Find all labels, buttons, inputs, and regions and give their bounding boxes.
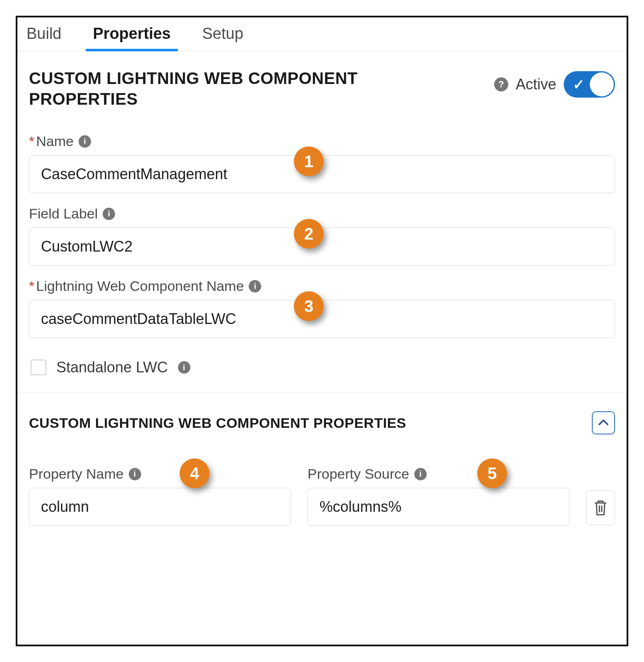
property-name-col: Property Name i 4 — [29, 466, 291, 526]
property-source-input[interactable] — [308, 488, 570, 526]
trash-icon — [593, 499, 608, 516]
lwc-name-field: *Lightning Web Component Name i 3 — [29, 278, 615, 338]
toggle-knob — [590, 72, 614, 96]
required-star: * — [29, 278, 34, 294]
tab-build[interactable]: Build — [26, 25, 62, 51]
property-row: Property Name i 4 Property Source i 5 — [29, 466, 615, 526]
info-icon[interactable]: i — [79, 135, 91, 148]
info-icon[interactable]: i — [414, 468, 427, 480]
property-name-label: Property Name — [29, 466, 124, 482]
active-toggle[interactable]: ✓ — [564, 71, 615, 98]
required-star: * — [29, 133, 34, 149]
property-name-label-row: Property Name i — [29, 466, 291, 482]
field-label-label-row: Field Label i — [29, 206, 615, 222]
property-source-col: Property Source i 5 — [308, 466, 570, 526]
properties-panel: Build Properties Setup CUSTOM LIGHTNING … — [16, 16, 628, 646]
property-source-label-row: Property Source i — [308, 466, 570, 482]
tab-bar: Build Properties Setup — [17, 17, 627, 51]
delete-property-button[interactable] — [586, 490, 615, 525]
section-title: CUSTOM LIGHTNING WEB COMPONENT PROPERTIE… — [29, 68, 401, 109]
field-label-label: Field Label — [29, 206, 98, 222]
standalone-checkbox[interactable] — [31, 360, 46, 375]
lwc-name-label: Lightning Web Component Name — [36, 278, 244, 294]
info-icon[interactable]: i — [103, 208, 115, 220]
active-toggle-group: ? Active ✓ — [494, 68, 615, 98]
tab-properties[interactable]: Properties — [93, 25, 171, 51]
name-label-row: *Name i — [29, 133, 615, 149]
lwc-name-label-row: *Lightning Web Component Name i — [29, 278, 615, 294]
sub-section-title: CUSTOM LIGHTNING WEB COMPONENT PROPERTIE… — [29, 415, 406, 431]
sub-section-header: CUSTOM LIGHTNING WEB COMPONENT PROPERTIE… — [29, 393, 615, 437]
help-icon[interactable]: ? — [494, 77, 508, 91]
standalone-label: Standalone LWC — [56, 359, 168, 376]
property-name-input[interactable] — [29, 488, 291, 526]
info-icon[interactable]: i — [178, 361, 190, 374]
name-field: *Name i 1 — [29, 133, 615, 193]
field-label-field: Field Label i 2 — [29, 206, 615, 266]
property-source-label: Property Source — [308, 466, 409, 482]
name-label: Name — [36, 133, 74, 149]
tab-content: CUSTOM LIGHTNING WEB COMPONENT PROPERTIE… — [17, 51, 627, 534]
section-header: CUSTOM LIGHTNING WEB COMPONENT PROPERTIE… — [29, 68, 615, 114]
lwc-name-input[interactable] — [29, 300, 615, 338]
active-label: Active — [516, 76, 556, 93]
standalone-checkbox-row: Standalone LWC i — [29, 359, 615, 393]
chevron-up-icon — [597, 417, 610, 429]
info-icon[interactable]: i — [249, 280, 261, 293]
name-input[interactable] — [29, 155, 615, 193]
tab-setup[interactable]: Setup — [202, 25, 243, 51]
collapse-button[interactable] — [592, 411, 615, 434]
info-icon[interactable]: i — [129, 468, 141, 480]
checkmark-icon: ✓ — [573, 76, 584, 93]
field-label-input[interactable] — [29, 228, 615, 266]
